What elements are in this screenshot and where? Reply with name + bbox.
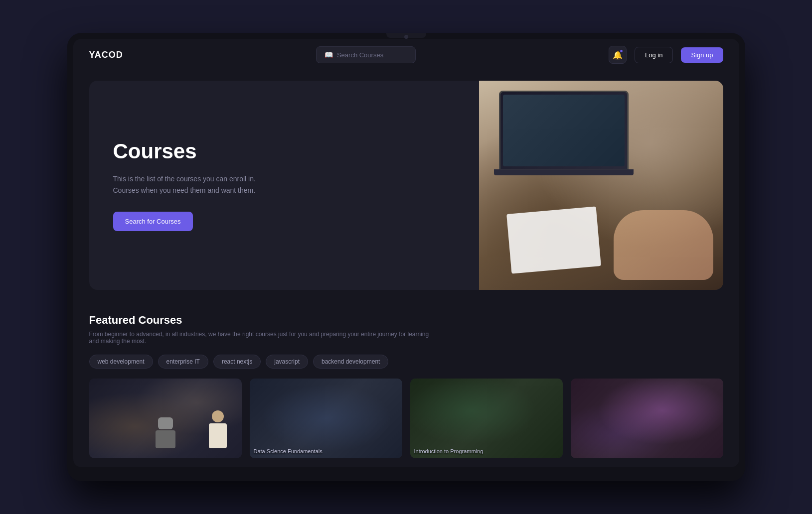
search-placeholder-text: Search Courses <box>337 51 383 59</box>
login-button[interactable]: Log in <box>635 47 673 63</box>
course-card-image-2: Data Science Fundamentals <box>250 379 402 458</box>
course-card-3[interactable]: Introduction to Programming <box>410 379 563 458</box>
search-bar[interactable]: 📖 Search Courses <box>316 46 416 63</box>
course-card-2[interactable]: Data Science Fundamentals <box>250 379 402 458</box>
robot-figure <box>156 417 175 448</box>
tag-web-development[interactable]: web development <box>89 355 153 369</box>
hero-title: Courses <box>113 139 455 163</box>
tag-javascript[interactable]: javascript <box>266 355 308 369</box>
hero-left: Courses This is the list of the courses … <box>89 81 479 290</box>
course-label-3: Introduction to Programming <box>414 448 559 454</box>
course-card-4[interactable] <box>571 379 723 458</box>
brand-logo: YACOD <box>89 50 123 60</box>
course-card-1[interactable] <box>89 379 242 458</box>
search-icon: 📖 <box>325 51 333 59</box>
main-content: Courses This is the list of the courses … <box>73 71 739 467</box>
img-laptop-top <box>499 91 629 170</box>
laptop-shell: YACOD 📖 Search Courses 🔔 Log in Sign up <box>67 33 745 481</box>
signup-button[interactable]: Sign up <box>681 47 723 63</box>
tag-react-nextjs[interactable]: react nextjs <box>213 355 261 369</box>
course-card-image-3: Introduction to Programming <box>410 379 563 458</box>
featured-title: Featured Courses <box>89 314 723 327</box>
featured-section: Featured Courses From beginner to advanc… <box>89 314 723 458</box>
course-card-image-1 <box>89 379 242 458</box>
course-card-image-4 <box>571 379 723 458</box>
notification-button[interactable]: 🔔 <box>609 46 627 64</box>
course-label-2: Data Science Fundamentals <box>254 448 398 454</box>
img-paper <box>506 206 601 273</box>
hero-cta-button[interactable]: Search for Courses <box>113 212 193 231</box>
hero-description: This is the list of the courses you can … <box>113 173 273 196</box>
laptop-screen: YACOD 📖 Search Courses 🔔 Log in Sign up <box>73 39 739 467</box>
featured-subtitle: From beginner to advanced, in all indust… <box>89 331 438 345</box>
robot-head <box>158 417 173 429</box>
person-figure <box>209 410 227 448</box>
hero-section: Courses This is the list of the courses … <box>89 81 723 290</box>
hero-canvas <box>479 81 723 290</box>
tag-backend-development[interactable]: backend development <box>313 355 388 369</box>
robot-body <box>156 430 175 448</box>
laptop-camera <box>404 35 408 39</box>
navbar-right: 🔔 Log in Sign up <box>609 46 723 64</box>
courses-grid: Data Science Fundamentals Introduction t… <box>89 379 723 458</box>
tags-row: web development enterprise IT react next… <box>89 355 723 369</box>
person-head <box>212 410 224 422</box>
notification-dot <box>620 49 623 53</box>
img-laptop-screen <box>503 95 625 166</box>
navbar: YACOD 📖 Search Courses 🔔 Log in Sign up <box>73 39 739 71</box>
person-body <box>209 423 227 448</box>
img-laptop-base <box>494 169 634 175</box>
hero-image <box>479 81 723 290</box>
img-hands <box>614 210 713 280</box>
tag-enterprise-it[interactable]: enterprise IT <box>158 355 208 369</box>
